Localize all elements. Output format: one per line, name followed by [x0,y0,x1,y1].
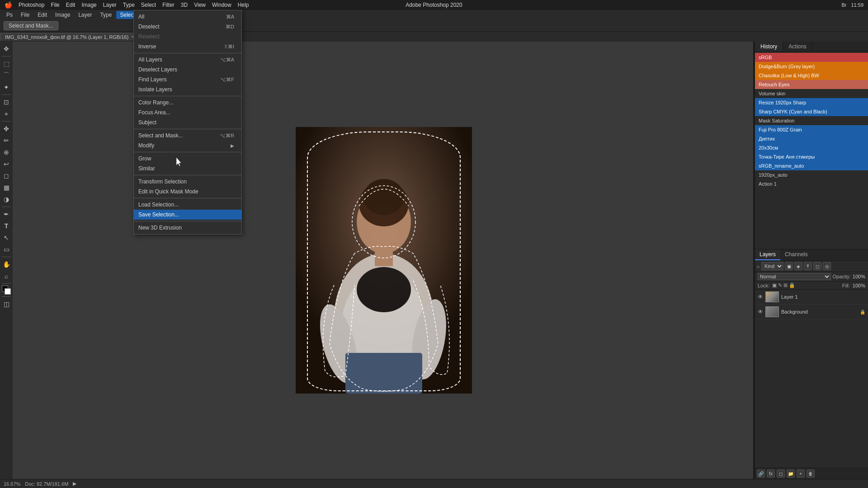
layer-adjust-btn[interactable]: ◈ [794,262,802,270]
topbar-3d[interactable]: 3D [181,2,188,8]
menu-item-similar[interactable]: Similar [134,164,241,174]
tab-actions[interactable]: Actions [783,42,812,52]
layer-type-btn[interactable]: T [804,262,812,270]
layer-filter-select[interactable]: Kind [761,262,783,270]
new-layer-btn[interactable]: + [797,469,805,478]
lock-pixels-icon[interactable]: ▣ [772,282,777,288]
opacity-value[interactable]: 100% [853,274,865,279]
topbar-window[interactable]: Window [212,2,231,8]
add-layer-style-btn[interactable]: fx [767,469,775,478]
move-tool[interactable]: ✥ [1,43,12,54]
menu-item-inverse[interactable]: Inverse ⇧⌘I [134,42,241,52]
layer-visibility-background[interactable]: 👁 [758,309,763,315]
history-item-retouch-eyes[interactable]: Retouch Eyes [755,80,868,89]
lasso-tool[interactable]: ⌒ [1,70,12,81]
layer-shape-btn[interactable]: ◻ [813,262,821,270]
menu-item-edit-quick-mask[interactable]: Edit in Quick Mask Mode [134,187,241,197]
menu-item-color-range[interactable]: Color Range... [134,98,241,108]
menu-item-all[interactable]: All ⌘A [134,12,241,22]
selection-tool[interactable]: ⬚ [1,58,12,69]
layer-smart-btn[interactable]: ◎ [823,262,831,270]
type-tool[interactable]: T [1,221,12,231]
layer-visibility-layer1[interactable]: 👁 [758,294,763,300]
topbar-file[interactable]: File [51,2,59,8]
quick-mask-mode[interactable]: ◫ [1,299,12,310]
tab-history[interactable]: History [755,42,783,52]
history-item-1920px-auto[interactable]: 1920px_auto [755,170,868,179]
clone-tool[interactable]: ⊕ [1,147,12,158]
menu-item-deselect[interactable]: Deselect ⌘D [134,22,241,32]
shape-tool[interactable]: ▭ [1,244,12,255]
history-item-sharp-cmyk[interactable]: Sharp CMYK (Cyan and Black) [755,107,868,116]
menu-item-load-selection[interactable]: Load Selection... [134,200,241,210]
lock-position-icon[interactable]: ✎ [778,282,782,288]
topbar-layer[interactable]: Layer [103,2,117,8]
topbar-type[interactable]: Type [123,2,135,8]
menu-item-subject[interactable]: Subject [134,117,241,127]
eraser-tool[interactable]: ◻ [1,170,12,181]
blend-mode-select[interactable]: Normal [758,273,831,280]
menu-item-transform-selection[interactable]: Transform Selection [134,177,241,187]
menu-image[interactable]: Image [52,11,74,19]
menu-edit[interactable]: Edit [34,11,51,19]
select-and-mask-button[interactable]: Select and Mask... [4,21,58,30]
topbar-select[interactable]: Select [141,2,156,8]
menu-type[interactable]: Type [96,11,115,19]
menu-item-grow[interactable]: Grow [134,154,241,164]
history-item-srgb-rename[interactable]: sRGB_rename_auto [755,161,868,170]
add-mask-btn[interactable]: ◻ [777,469,785,478]
topbar-help[interactable]: Help [238,2,249,8]
history-item-srgb[interactable]: sRGB [755,53,868,62]
heal-tool[interactable]: ✤ [1,123,12,134]
history-item-20x30[interactable]: 20х30см [755,143,868,152]
menu-item-reselect[interactable]: Reselect [134,32,241,42]
topbar-filter[interactable]: Filter [162,2,175,8]
fill-value[interactable]: 100% [853,283,865,288]
link-layers-btn[interactable]: 🔗 [757,469,765,478]
menu-item-new-3d-extrusion[interactable]: New 3D Extrusion [134,223,241,233]
menu-item-isolate-layers[interactable]: Isolate Layers [134,84,241,94]
topbar-image[interactable]: Image [81,2,96,8]
history-item-mask-saturation[interactable]: Mask Saturation [755,116,868,125]
topbar-edit[interactable]: Edit [66,2,75,8]
layer-pixel-btn[interactable]: ▣ [785,262,793,270]
menu-item-all-layers[interactable]: All Layers ⌥⌘A [134,55,241,65]
layer-row-background[interactable]: 👁 Background 🔒 [755,305,868,319]
history-item-chasotka[interactable]: Сhasotka (Low & High) BW [755,71,868,80]
apple-icon[interactable]: 🍎 [5,1,12,9]
lock-artboard-icon[interactable]: ⊞ [783,282,788,288]
panel-resize-handle[interactable] [753,42,755,479]
hand-tool[interactable]: ✋ [1,259,12,270]
history-item-dodge-burn[interactable]: Dodge&Burn (Grey layer) [755,62,868,71]
magic-wand-tool[interactable]: ✦ [1,82,12,93]
menu-file[interactable]: File [17,11,33,19]
foreground-color[interactable] [2,286,11,295]
history-item-fuji[interactable]: Fuji Pro 800Z Grain [755,125,868,134]
gradient-tool[interactable]: ▦ [1,182,12,193]
menu-item-save-selection[interactable]: Save Selection... [134,210,241,220]
menu-item-deselect-layers[interactable]: Deselect Layers [134,65,241,75]
history-item-action1[interactable]: Action 1 [755,179,868,188]
menu-item-find-layers[interactable]: Find Layers ⌥⌘F [134,75,241,84]
menu-ps[interactable]: Ps [3,11,16,19]
history-item-volume-skin[interactable]: Volume skin [755,89,868,98]
history-item-tochka[interactable]: Точка-Тире Аня стикеры [755,152,868,161]
path-select-tool[interactable]: ↖ [1,232,12,243]
history-brush-tool[interactable]: ↩ [1,159,12,169]
document-tab[interactable]: IMG_6343_плохой_фон.tif @ 16.7% (Layer 1… [0,33,139,41]
topbar-view[interactable]: View [194,2,206,8]
brush-tool[interactable]: ✏ [1,135,12,146]
eyedropper-tool[interactable]: ⌖ [1,108,12,119]
history-item-diptih[interactable]: Диптих [755,134,868,143]
menu-item-focus-area[interactable]: Focus Area... [134,108,241,117]
menu-layer[interactable]: Layer [75,11,95,19]
tab-channels[interactable]: Channels [780,249,812,260]
pen-tool[interactable]: ✒ [1,209,12,220]
tab-layers[interactable]: Layers [755,249,780,260]
zoom-tool[interactable]: ⌕ [1,271,12,282]
history-item-resize[interactable]: Resize 1920px Sharp [755,98,868,107]
menu-item-select-mask[interactable]: Select and Mask... ⌥⌘R [134,131,241,141]
dodge-tool[interactable]: ◑ [1,194,12,205]
menu-item-modify[interactable]: Modify ▶ [134,141,241,150]
crop-tool[interactable]: ⊡ [1,97,12,108]
